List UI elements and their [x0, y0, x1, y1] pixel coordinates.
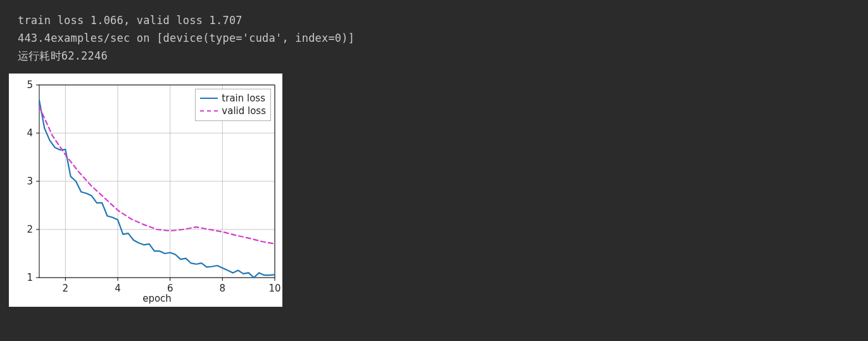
- svg-text:2: 2: [27, 224, 33, 235]
- svg-text:5: 5: [27, 79, 33, 91]
- svg-text:3: 3: [27, 176, 33, 187]
- svg-text:1: 1: [27, 272, 33, 283]
- legend-label-valid: valid loss: [222, 105, 266, 117]
- svg-text:2: 2: [63, 283, 69, 294]
- legend-swatch-valid: [200, 110, 218, 112]
- output-line-1: train loss 1.066, valid loss 1.707: [18, 11, 868, 29]
- svg-text:4: 4: [27, 127, 33, 139]
- svg-text:10: 10: [268, 283, 280, 294]
- chart-legend: train loss valid loss: [195, 89, 271, 121]
- output-line-3: 运行耗时62.2246: [18, 47, 868, 65]
- legend-label-train: train loss: [222, 92, 265, 105]
- output-line-2: 443.4examples/sec on [device(type='cuda'…: [18, 29, 868, 47]
- loss-chart: 24681012345epoch train loss valid loss: [9, 74, 282, 307]
- console-output: train loss 1.066, valid loss 1.707 443.4…: [0, 0, 868, 65]
- legend-swatch-train: [200, 98, 218, 100]
- svg-text:epoch: epoch: [142, 293, 172, 304]
- legend-entry-train: train loss: [200, 92, 266, 105]
- svg-text:8: 8: [220, 283, 226, 294]
- legend-entry-valid: valid loss: [200, 105, 266, 117]
- svg-text:4: 4: [115, 283, 121, 294]
